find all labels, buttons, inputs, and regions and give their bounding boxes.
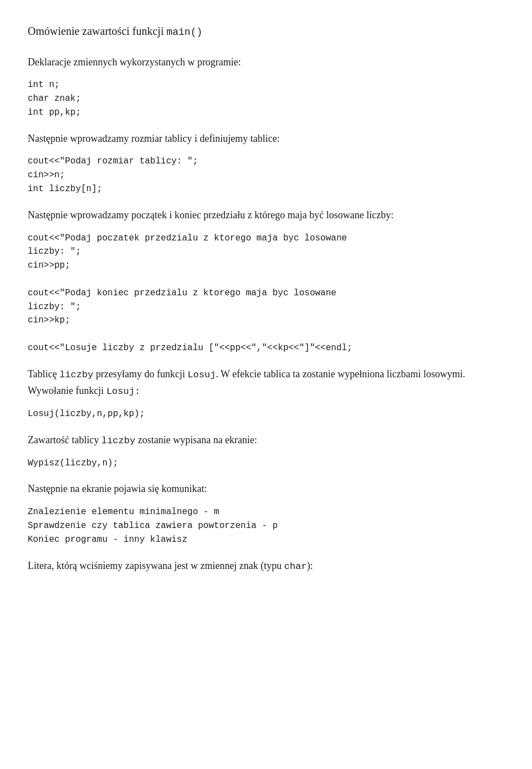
- wypisz-paragraph: Zawartość tablicy liczby zostanie wypisa…: [28, 432, 504, 449]
- page-heading: Omówienie zawartości funkcji main(): [28, 22, 504, 41]
- main-content: Omówienie zawartości funkcji main() Dekl…: [28, 22, 504, 575]
- wypisz-text-before: Zawartość tablicy: [28, 434, 101, 445]
- litera-paragraph: Litera, którą wciśniemy zapisywana jest …: [28, 558, 504, 575]
- tablica-heading: Następnie wprowadzamy rozmiar tablicy i …: [28, 131, 504, 147]
- decl-heading: Deklaracje zmiennych wykorzystanych w pr…: [28, 54, 504, 71]
- komunikat-code-block: Znalezienie elementu minimalnego - m Spr…: [28, 505, 504, 546]
- heading-code: main(): [166, 27, 202, 38]
- losuj-paragraph: Tablicę liczby przesyłamy do funkcji Los…: [28, 366, 504, 399]
- losuj-text-before: Tablicę: [28, 368, 59, 380]
- heading-text: Omówienie zawartości funkcji: [28, 25, 166, 37]
- przedzial-code-block: cout<<"Podaj poczatek przedzialu z ktore…: [28, 232, 504, 355]
- komunikat-heading: Następnie na ekranie pojawia się komunik…: [28, 481, 504, 498]
- przedzial-heading: Następnie wprowadzamy początek i koniec …: [28, 207, 504, 224]
- wypisz-code-block: Wypisz(liczby,n);: [28, 457, 504, 470]
- wypisz-text-after: zostanie wypisana na ekranie:: [135, 434, 257, 445]
- litera-text-after: ):: [307, 560, 313, 571]
- losuj-code-block: Losuj(liczby,n,pp,kp);: [28, 407, 504, 421]
- losuj-inline-func: Losuj: [187, 370, 216, 380]
- litera-inline-char: char: [284, 561, 307, 572]
- wypisz-inline-liczby: liczby: [101, 435, 135, 446]
- decl-code-block: int n; char znak; int pp,kp;: [28, 78, 504, 119]
- tablica-code-block: cout<<"Podaj rozmiar tablicy: "; cin>>n;…: [28, 155, 504, 196]
- litera-text-before: Litera, którą wciśniemy zapisywana jest …: [28, 560, 284, 571]
- losuj-inline-liczby: liczby: [59, 370, 93, 380]
- losuj-inline-wywolanie: Losuj:: [106, 386, 140, 397]
- losuj-text-mid: przesyłamy do funkcji: [93, 368, 187, 380]
